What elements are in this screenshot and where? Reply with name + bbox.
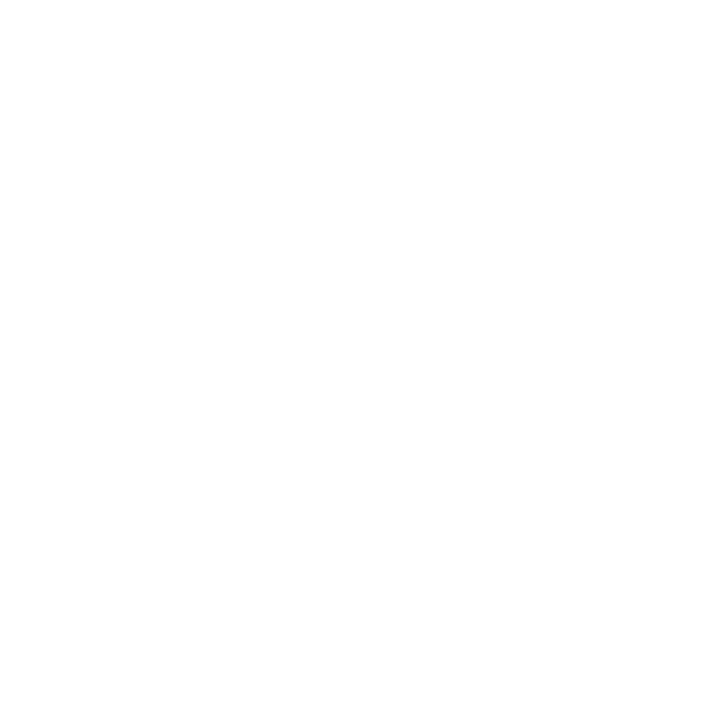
bottleneck-chart [0,0,728,728]
chart-stage [0,0,728,728]
